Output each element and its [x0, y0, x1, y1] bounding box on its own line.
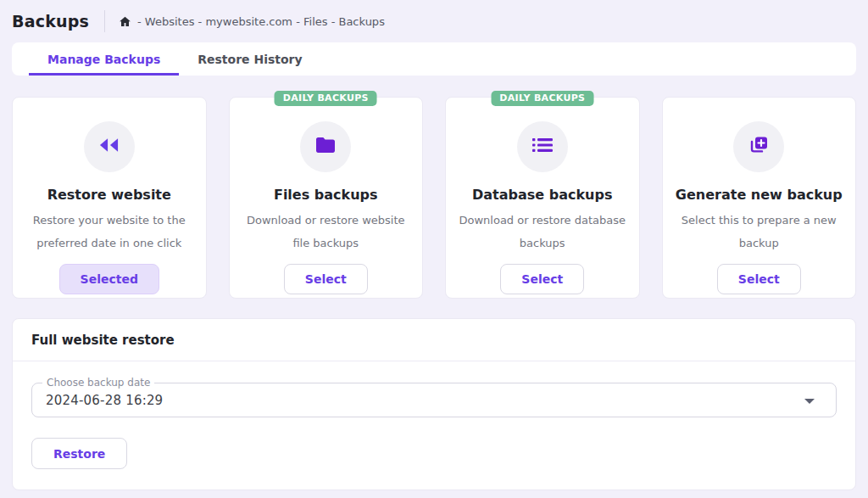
card-restore-website: Restore website Restore your website to … — [12, 97, 207, 299]
icon-circle — [84, 121, 135, 172]
card-description: Restore your website to the preferred da… — [25, 209, 194, 255]
card-generate-new-backup: Generate new backup Select this to prepa… — [662, 97, 857, 299]
icon-circle — [300, 121, 351, 172]
full-website-restore-panel: Full website restore Choose backup date … — [12, 318, 856, 490]
header-divider — [104, 10, 105, 32]
tab-manage-backups[interactable]: Manage Backups — [29, 42, 179, 76]
icon-circle — [733, 121, 784, 172]
rewind-icon — [99, 137, 119, 156]
tab-bar: Manage Backups Restore History — [12, 42, 856, 76]
card-title: Database backups — [472, 187, 612, 203]
daily-backups-badge: DAILY BACKUPS — [491, 91, 593, 106]
list-icon — [532, 137, 553, 156]
icon-circle — [517, 121, 568, 172]
card-files-backups: DAILY BACKUPS Files backups Download or … — [229, 97, 424, 299]
restore-button[interactable]: Restore — [31, 438, 127, 469]
selected-button[interactable]: Selected — [59, 264, 159, 294]
card-title: Files backups — [274, 187, 378, 203]
daily-backups-badge: DAILY BACKUPS — [275, 91, 377, 106]
card-database-backups: DAILY BACKUPS Database backups Download … — [445, 97, 640, 299]
backup-date-value: 2024-06-28 16:29 — [46, 393, 163, 408]
panel-header: Full website restore — [13, 319, 855, 361]
breadcrumb[interactable]: - Websites - mywebsite.com - Files - Bac… — [119, 15, 385, 28]
tab-restore-history[interactable]: Restore History — [179, 42, 320, 76]
select-button[interactable]: Select — [500, 264, 584, 294]
select-button[interactable]: Select — [284, 264, 368, 294]
card-description: Select this to prepare a new backup — [675, 209, 844, 255]
backup-date-label: Choose backup date — [42, 377, 154, 389]
card-description: Download or restore database backups — [458, 209, 627, 255]
backup-date-select[interactable]: Choose backup date 2024-06-28 16:29 — [31, 383, 837, 417]
card-description: Download or restore website file backups — [242, 209, 411, 255]
select-button[interactable]: Select — [717, 264, 801, 294]
tab-label: Manage Backups — [47, 53, 160, 66]
backup-option-cards: Restore website Restore your website to … — [12, 97, 856, 299]
panel-body: Choose backup date 2024-06-28 16:29 Rest… — [13, 361, 855, 490]
chevron-down-icon — [804, 399, 815, 404]
new-backup-icon — [748, 135, 769, 159]
breadcrumb-text[interactable]: - Websites - mywebsite.com - Files - Bac… — [137, 15, 385, 28]
card-title: Generate new backup — [676, 187, 843, 203]
card-title: Restore website — [47, 187, 171, 203]
panel-title: Full website restore — [31, 333, 837, 348]
tab-label: Restore History — [198, 53, 302, 66]
folder-icon — [315, 137, 336, 157]
page-header: Backups - Websites - mywebsite.com - Fil… — [12, 0, 856, 42]
backups-page: Backups - Websites - mywebsite.com - Fil… — [0, 0, 868, 490]
page-title: Backups — [12, 12, 89, 31]
home-icon[interactable] — [119, 15, 131, 28]
